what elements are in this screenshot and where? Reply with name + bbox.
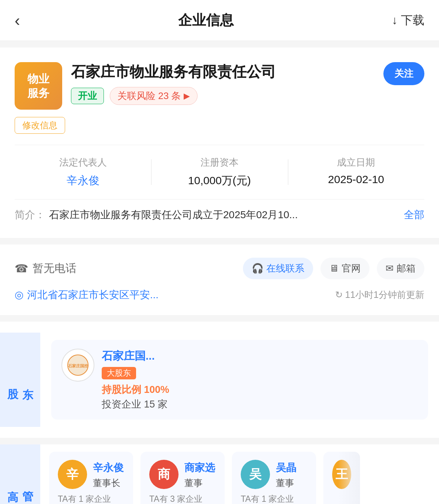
- legal-rep-label: 法定代表人: [18, 156, 147, 169]
- executive-section-label: 高管: [0, 444, 40, 504]
- exec-avatar-1: 商: [149, 460, 179, 489]
- exec-item-1[interactable]: 商 商家选 董事 TA有 3 家企业: [140, 452, 225, 504]
- ratio-label: 持股比例: [102, 384, 141, 395]
- exec-item-0[interactable]: 辛 辛永俊 董事长 TA有 1 家企业: [49, 452, 133, 504]
- shareholder-invest: 投资企业 15 家: [102, 398, 418, 411]
- website-button[interactable]: 🖥 官网: [320, 258, 369, 279]
- legal-rep-value[interactable]: 辛永俊: [18, 173, 147, 188]
- exec-text-0: 辛永俊 董事长: [93, 461, 124, 489]
- shareholder-logo: 石家庄国控: [61, 349, 94, 382]
- exec-avatar-0: 辛: [58, 460, 87, 489]
- shareholder-content: 石家庄国控 石家庄国... 大股东 持股比例 100% 投资企业 15 家: [40, 333, 439, 427]
- invest-label: 投资企业: [102, 399, 141, 410]
- headset-icon: 🎧: [252, 263, 263, 274]
- address-section[interactable]: ◎ 河北省石家庄市长安区平安...: [15, 288, 158, 302]
- exec-count-2: TA有 1 家企业: [241, 493, 294, 504]
- exec-role-0: 董事长: [93, 477, 124, 489]
- online-label: 在线联系: [266, 262, 304, 275]
- company-header-row: 物业 服务 石家庄市物业服务有限责任公司 开业 关联风险 23 条 ▶ 关注: [15, 62, 424, 110]
- intro-text: 石家庄市物业服务有限责任公司成立于2025年02月10...: [49, 207, 400, 223]
- reg-capital-label: 注册资本: [155, 156, 284, 169]
- email-label: 邮箱: [397, 262, 416, 275]
- exec-item-inner-1: 商 商家选 董事: [149, 460, 215, 490]
- contact-actions: 🎧 在线联系 🖥 官网 ✉ 邮箱: [243, 258, 424, 279]
- back-button[interactable]: ‹: [15, 11, 20, 30]
- executive-section: 高管 辛 辛永俊 董事长 TA有 1 家企业 商 商家选 董事 TA有: [0, 444, 439, 504]
- address-text: 河北省石家庄市长安区平安...: [27, 288, 158, 302]
- intro-row: 简介： 石家庄市物业服务有限责任公司成立于2025年02月10... 全部: [15, 199, 424, 223]
- company-status-row: 开业 关联风险 23 条 ▶: [71, 87, 375, 105]
- status-badge: 开业: [71, 88, 104, 104]
- company-icon: 石家庄国控: [67, 354, 89, 376]
- shareholder-item[interactable]: 石家庄国控 石家庄国... 大股东 持股比例 100% 投资企业 15 家: [51, 340, 428, 420]
- exec-item-2[interactable]: 吴 吴晶 董事 TA有 1 家企业: [232, 452, 316, 504]
- location-icon: ◎: [15, 289, 23, 301]
- update-time: ↻ 11小时1分钟前更新: [335, 289, 424, 301]
- header: ‹ 企业信息 ↓ 下载: [0, 0, 439, 41]
- page-title: 企业信息: [178, 11, 234, 30]
- executive-list: 辛 辛永俊 董事长 TA有 1 家企业 商 商家选 董事 TA有 3 家企业: [40, 444, 369, 504]
- contact-top-row: ☎ 暂无电话 🎧 在线联系 🖥 官网 ✉ 邮箱: [15, 258, 424, 279]
- phone-section: ☎ 暂无电话: [15, 261, 76, 276]
- legal-rep-cell: 法定代表人 辛永俊: [15, 156, 151, 188]
- established-value: 2025-02-10: [292, 173, 421, 186]
- company-info-card: 物业 服务 石家庄市物业服务有限责任公司 开业 关联风险 23 条 ▶ 关注 修…: [0, 48, 439, 238]
- exec-count-0: TA有 1 家企业: [58, 493, 111, 504]
- risk-arrow: ▶: [184, 91, 190, 101]
- download-button[interactable]: ↓ 下载: [392, 12, 424, 29]
- phone-icon: ☎: [15, 262, 28, 275]
- shareholder-tag: 大股东: [102, 367, 136, 379]
- intro-more-button[interactable]: 全部: [404, 208, 424, 222]
- ratio-value: 100%: [144, 384, 169, 395]
- exec-avatar-3: 王: [332, 460, 351, 489]
- exec-item-inner-3: 王: [332, 460, 351, 490]
- shareholder-ratio: 持股比例 100%: [102, 383, 418, 396]
- exec-text-2: 吴晶 董事: [276, 461, 296, 489]
- company-logo-line1: 物业: [27, 72, 49, 86]
- company-name: 石家庄市物业服务有限责任公司: [71, 62, 375, 81]
- exec-role-1: 董事: [184, 477, 215, 489]
- established-cell: 成立日期 2025-02-10: [288, 156, 424, 188]
- website-label: 官网: [342, 262, 361, 275]
- exec-name-2: 吴晶: [276, 461, 296, 475]
- shareholder-info: 石家庄国... 大股东 持股比例 100% 投资企业 15 家: [102, 349, 418, 411]
- shareholder-section-label: 股东: [0, 333, 40, 427]
- contact-card: ☎ 暂无电话 🎧 在线联系 🖥 官网 ✉ 邮箱 ◎ 河北省石家庄市长安区平安..…: [0, 245, 439, 315]
- online-contact-button[interactable]: 🎧 在线联系: [243, 258, 313, 279]
- info-grid: 法定代表人 辛永俊 注册资本 10,000万(元) 成立日期 2025-02-1…: [15, 145, 424, 188]
- refresh-icon: ↻: [335, 289, 343, 300]
- phone-text: 暂无电话: [33, 261, 76, 276]
- reg-capital-value: 10,000万(元): [155, 173, 284, 188]
- exec-name-1: 商家选: [184, 461, 215, 475]
- shareholder-name[interactable]: 石家庄国...: [102, 349, 418, 364]
- exec-count-1: TA有 3 家企业: [149, 493, 202, 504]
- exec-avatar-2: 吴: [241, 460, 270, 489]
- risk-label: 关联风险 23 条: [117, 90, 181, 102]
- update-text-label: 11小时1分钟前更新: [345, 289, 424, 301]
- reg-capital-cell: 注册资本 10,000万(元): [151, 156, 288, 188]
- company-name-block: 石家庄市物业服务有限责任公司 开业 关联风险 23 条 ▶: [71, 62, 375, 105]
- address-row: ◎ 河北省石家庄市长安区平安... ↻ 11小时1分钟前更新: [15, 288, 424, 302]
- website-icon: 🖥: [329, 263, 339, 274]
- modify-info-button[interactable]: 修改信息: [15, 117, 65, 134]
- email-button[interactable]: ✉ 邮箱: [377, 258, 424, 279]
- exec-item-inner-0: 辛 辛永俊 董事长: [58, 460, 124, 490]
- company-logo: 物业 服务: [15, 62, 62, 110]
- invest-value: 15 家: [144, 399, 168, 410]
- svg-text:石家庄国控: 石家庄国控: [68, 364, 88, 368]
- email-icon: ✉: [386, 263, 394, 274]
- established-label: 成立日期: [292, 156, 421, 169]
- exec-role-2: 董事: [276, 477, 296, 489]
- intro-label: 简介：: [15, 208, 45, 222]
- shareholder-logo-inner: 石家庄国控: [65, 352, 91, 378]
- exec-name-0: 辛永俊: [93, 461, 124, 475]
- exec-item-3[interactable]: 王: [323, 452, 360, 504]
- company-logo-line2: 服务: [27, 86, 49, 100]
- risk-badge[interactable]: 关联风险 23 条 ▶: [110, 87, 198, 105]
- shareholder-section: 股东 石家庄国控 石家庄国... 大股东 持股比例 100%: [0, 322, 439, 438]
- exec-text-1: 商家选 董事: [184, 461, 215, 489]
- exec-item-inner-2: 吴 吴晶 董事: [241, 460, 296, 490]
- follow-button[interactable]: 关注: [383, 62, 424, 85]
